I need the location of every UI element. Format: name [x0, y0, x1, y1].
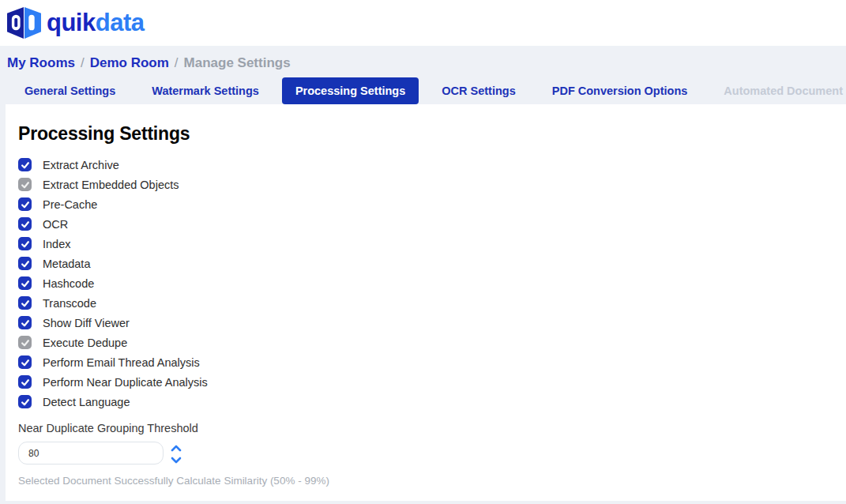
breadcrumb-item-manage-settings: Manage Settings: [184, 55, 291, 71]
checkbox-metadata[interactable]: [18, 257, 32, 270]
checkbox-transcode[interactable]: [18, 296, 32, 310]
checkbox-label-ocr: OCR: [43, 218, 68, 231]
near-duplicate-threshold-section: Near Duplicate Grouping Threshold Select…: [18, 422, 830, 487]
checkbox-show-diff-viewer[interactable]: [18, 316, 32, 329]
checkbox-execute-dedupe: [18, 336, 32, 349]
checkbox-extract-archive[interactable]: [18, 158, 32, 171]
checkbox-label-detect-language: Detect Language: [43, 396, 130, 408]
checkbox-detect-language[interactable]: [18, 395, 32, 408]
checkbox-extract-embedded-objects: [18, 178, 32, 191]
app-logo[interactable]: quikdata: [6, 6, 144, 39]
checkmark-icon: [21, 160, 30, 170]
main-content: Processing Settings Extract ArchiveExtra…: [6, 104, 846, 501]
tab-watermark-settings[interactable]: Watermark Settings: [138, 77, 273, 104]
checkbox-label-extract-archive: Extract Archive: [43, 159, 119, 171]
checkbox-row-show-diff-viewer[interactable]: Show Diff Viewer: [18, 313, 830, 333]
stepper-down-button[interactable]: [171, 455, 182, 465]
checkbox-label-perform-email-thread-analysis: Perform Email Thread Analysis: [43, 356, 200, 369]
processing-options-list: Extract ArchiveExtract Embedded ObjectsP…: [18, 155, 830, 412]
checkbox-label-hashcode: Hashcode: [43, 277, 94, 290]
tab-general-settings[interactable]: General Settings: [11, 77, 129, 104]
checkbox-label-show-diff-viewer: Show Diff Viewer: [43, 317, 130, 329]
checkmark-icon: [21, 200, 30, 209]
breadcrumb-item-demo-room[interactable]: Demo Room: [90, 55, 169, 71]
checkbox-perform-near-duplicate-analysis[interactable]: [18, 375, 32, 389]
checkbox-label-transcode: Transcode: [43, 297, 96, 310]
sub-header: My Rooms/Demo Room/Manage Settings Gener…: [0, 46, 846, 104]
checkbox-row-perform-near-duplicate-analysis[interactable]: Perform Near Duplicate Analysis: [18, 372, 830, 392]
checkbox-row-ocr[interactable]: OCR: [18, 214, 830, 234]
checkbox-index[interactable]: [18, 237, 32, 250]
threshold-input[interactable]: [18, 442, 164, 465]
checkbox-row-transcode[interactable]: Transcode: [18, 293, 830, 313]
tab-ocr-settings[interactable]: OCR Settings: [428, 77, 528, 104]
logo-word-part1: quik: [47, 9, 96, 36]
checkmark-icon: [21, 279, 30, 288]
checkbox-label-execute-dedupe: Execute Dedupe: [43, 337, 127, 349]
chevron-down-icon: [171, 457, 182, 464]
checkbox-row-hashcode[interactable]: Hashcode: [18, 273, 830, 293]
checkmark-icon: [21, 180, 30, 190]
checkbox-perform-email-thread-analysis[interactable]: [18, 355, 32, 369]
checkbox-row-index[interactable]: Index: [18, 234, 830, 254]
checkmark-icon: [21, 259, 30, 269]
tab-automated-document-deletion: Automated Document Deletion: [710, 77, 846, 104]
tab-pdf-conversion-options[interactable]: PDF Conversion Options: [539, 77, 701, 104]
checkbox-ocr[interactable]: [18, 217, 32, 231]
tab-processing-settings[interactable]: Processing Settings: [282, 77, 419, 104]
checkbox-row-perform-email-thread-analysis[interactable]: Perform Email Thread Analysis: [18, 352, 830, 372]
checkbox-label-metadata: Metadata: [43, 258, 90, 270]
checkbox-pre-cache[interactable]: [18, 197, 32, 211]
checkbox-label-pre-cache: Pre-Cache: [43, 198, 97, 211]
checkbox-row-metadata[interactable]: Metadata: [18, 254, 830, 273]
checkbox-row-execute-dedupe: Execute Dedupe: [18, 333, 830, 352]
checkmark-icon: [21, 299, 30, 308]
checkmark-icon: [21, 397, 30, 407]
checkmark-icon: [21, 318, 30, 328]
checkbox-row-extract-archive[interactable]: Extract Archive: [18, 155, 830, 175]
checkbox-row-extract-embedded-objects: Extract Embedded Objects: [18, 175, 830, 194]
checkmark-icon: [21, 220, 30, 229]
checkbox-hashcode[interactable]: [18, 276, 32, 290]
threshold-hint: Selected Document Successfully Calculate…: [18, 475, 830, 487]
quikdata-logo-icon: [6, 6, 42, 39]
breadcrumb: My Rooms/Demo Room/Manage Settings: [0, 55, 846, 71]
checkbox-label-perform-near-duplicate-analysis: Perform Near Duplicate Analysis: [43, 376, 208, 389]
checkmark-icon: [21, 378, 30, 387]
stepper-up-button[interactable]: [171, 443, 182, 453]
breadcrumb-separator: /: [81, 55, 85, 71]
checkbox-row-detect-language[interactable]: Detect Language: [18, 392, 830, 412]
breadcrumb-item-my-rooms[interactable]: My Rooms: [7, 55, 75, 71]
checkbox-label-extract-embedded-objects: Extract Embedded Objects: [43, 179, 179, 191]
checkmark-icon: [21, 358, 30, 367]
threshold-label: Near Duplicate Grouping Threshold: [18, 422, 830, 434]
app-header: quikdata: [0, 0, 846, 46]
breadcrumb-separator: /: [175, 55, 179, 71]
checkmark-icon: [21, 239, 30, 249]
logo-wordmark: quikdata: [47, 9, 144, 37]
tab-bar: General SettingsWatermark SettingsProces…: [0, 77, 846, 104]
chevron-up-icon: [171, 445, 182, 452]
page-title: Processing Settings: [18, 123, 830, 145]
checkbox-row-pre-cache[interactable]: Pre-Cache: [18, 194, 830, 214]
checkbox-label-index: Index: [43, 238, 70, 250]
checkmark-icon: [21, 338, 30, 348]
logo-word-part2: data: [96, 9, 145, 36]
threshold-stepper: [171, 442, 182, 465]
